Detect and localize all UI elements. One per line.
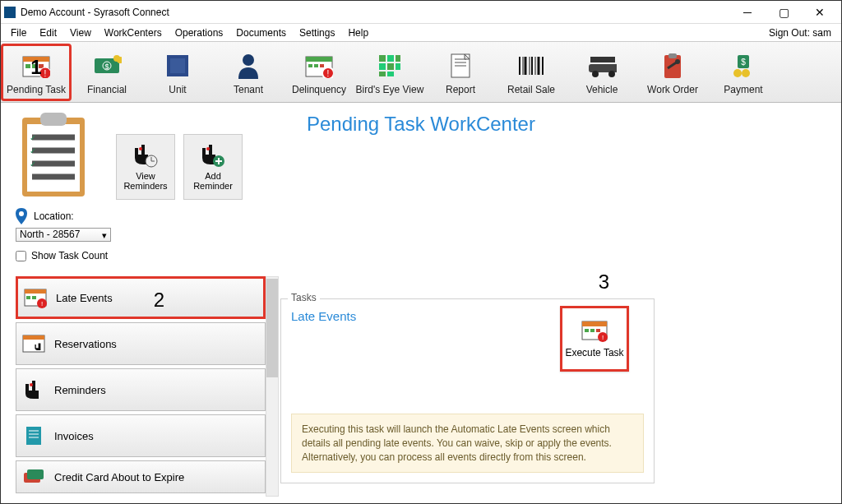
scrollbar-thumb[interactable] xyxy=(266,279,278,377)
ribbon-label: Payment xyxy=(724,84,762,95)
invoice-icon xyxy=(21,423,46,448)
svg-rect-55 xyxy=(40,113,67,126)
page-title: Pending Task WorkCenter xyxy=(307,113,835,136)
task-list: ! Late Events 2 Reservations Reminders xyxy=(16,276,266,497)
hand-icon xyxy=(21,377,46,402)
task-label: Late Events xyxy=(56,292,113,304)
svg-text:$: $ xyxy=(104,62,109,71)
location-dropdown[interactable]: North - 28567 xyxy=(16,228,111,242)
menu-help[interactable]: Help xyxy=(341,25,375,40)
svg-text:✓: ✓ xyxy=(30,160,36,169)
left-pane: ✓✓✓ View Reminders Add Reminder xyxy=(1,103,280,503)
svg-rect-17 xyxy=(308,64,312,67)
task-label: Reservations xyxy=(54,338,117,350)
ribbon-delinquency[interactable]: ! Delinquency xyxy=(284,44,354,101)
svg-point-48 xyxy=(675,59,680,64)
view-reminders-button[interactable]: View Reminders xyxy=(116,134,175,200)
menu-file[interactable]: File xyxy=(4,25,33,40)
svg-point-52 xyxy=(742,69,750,77)
svg-point-67 xyxy=(206,147,210,150)
task-label: Reminders xyxy=(54,384,106,396)
callout-number-3: 3 xyxy=(599,270,609,294)
hand-plus-icon xyxy=(201,143,225,168)
svg-rect-16 xyxy=(306,57,332,62)
ribbon-unit[interactable]: Unit xyxy=(142,44,213,101)
task-item-reservations[interactable]: Reservations xyxy=(16,322,266,365)
ribbon-report[interactable]: Report xyxy=(425,44,496,101)
location-pin-icon xyxy=(16,208,29,224)
ribbon-label: Bird's Eye View xyxy=(356,84,424,95)
svg-rect-42 xyxy=(590,57,615,62)
ribbon-label: Pending Task xyxy=(7,84,66,95)
svg-rect-23 xyxy=(387,55,394,62)
calendar-alert-icon: ! xyxy=(581,319,608,344)
ribbon-retail-sale[interactable]: Retail Sale xyxy=(496,44,567,101)
svg-point-14 xyxy=(243,54,254,66)
ribbon-birds-eye[interactable]: Bird's Eye View xyxy=(354,44,425,101)
ribbon-work-order[interactable]: Work Order xyxy=(637,44,708,101)
grid-icon xyxy=(375,51,405,81)
task-list-scrollbar[interactable] xyxy=(266,276,279,497)
menu-documents[interactable]: Documents xyxy=(229,25,293,40)
window-title: Demo Account - Syrasoft Connect xyxy=(21,7,729,18)
show-task-count-input[interactable] xyxy=(16,251,26,261)
svg-rect-24 xyxy=(396,55,400,62)
ribbon-label: Financial xyxy=(87,84,127,95)
svg-point-71 xyxy=(19,211,24,216)
menu-workcenters[interactable]: WorkCenters xyxy=(98,25,169,40)
calendar-hand-icon xyxy=(21,331,46,356)
task-item-credit-card[interactable]: Credit Card About to Expire xyxy=(16,460,266,493)
svg-rect-74 xyxy=(26,296,30,299)
add-reminder-button[interactable]: Add Reminder xyxy=(183,134,243,200)
window-controls: ─ ▢ ✕ xyxy=(729,1,838,24)
execute-task-button[interactable]: ! Execute Task xyxy=(560,306,629,372)
svg-point-80 xyxy=(30,383,33,386)
location-value: North - 28567 xyxy=(20,229,80,240)
task-item-late-events[interactable]: ! Late Events 2 xyxy=(16,276,266,319)
title-bar: Demo Account - Syrasoft Connect ─ ▢ ✕ xyxy=(1,1,841,24)
menu-edit[interactable]: Edit xyxy=(33,25,63,40)
svg-rect-47 xyxy=(669,53,677,58)
app-icon xyxy=(4,7,16,18)
svg-text:!: ! xyxy=(44,69,47,78)
svg-text:!: ! xyxy=(602,334,604,341)
menu-operations[interactable]: Operations xyxy=(169,25,230,40)
ribbon-label: Delinquency xyxy=(292,84,346,95)
show-task-count-checkbox[interactable]: Show Task Count xyxy=(16,250,279,261)
menu-view[interactable]: View xyxy=(63,25,98,40)
svg-point-44 xyxy=(592,71,599,77)
calendar-warn-icon: ! xyxy=(304,51,334,81)
maximize-button[interactable]: ▢ xyxy=(766,1,802,24)
barcode-icon xyxy=(516,51,546,81)
task-item-reminders[interactable]: Reminders xyxy=(16,368,266,411)
task-label: Invoices xyxy=(54,430,94,442)
svg-rect-91 xyxy=(596,329,600,332)
ribbon-payment[interactable]: $ Payment xyxy=(708,44,779,101)
ribbon-pending-task[interactable]: ! 1 Pending Task xyxy=(1,44,72,101)
menu-settings[interactable]: Settings xyxy=(293,25,341,40)
callout-number-1: 1 xyxy=(30,56,41,79)
menu-bar: File Edit View WorkCenters Operations Do… xyxy=(1,24,841,42)
svg-text:✓: ✓ xyxy=(30,146,36,155)
ribbon-label: Work Order xyxy=(647,84,698,95)
task-item-invoices[interactable]: Invoices xyxy=(16,414,266,457)
svg-rect-28 xyxy=(379,72,386,76)
close-button[interactable]: ✕ xyxy=(802,1,838,24)
callout-number-2: 2 xyxy=(154,289,164,312)
svg-rect-88 xyxy=(582,321,607,326)
ribbon-label: Unit xyxy=(169,84,186,95)
ribbon-tenant[interactable]: Tenant xyxy=(213,44,284,101)
clipboard-icon: ✓✓✓ xyxy=(16,109,91,200)
svg-text:✓: ✓ xyxy=(30,133,36,142)
sign-out-link[interactable]: Sign Out: sam xyxy=(762,25,838,40)
ribbon-vehicle[interactable]: Vehicle xyxy=(567,44,637,101)
svg-rect-79 xyxy=(23,335,44,340)
ribbon-financial[interactable]: $ Financial xyxy=(72,44,142,101)
svg-text:!: ! xyxy=(327,69,330,78)
task-description: Executing this task will launch the Auto… xyxy=(291,414,644,473)
tasks-panel-header: Tasks xyxy=(288,292,320,303)
execute-task-label: Execute Task xyxy=(565,347,623,358)
svg-rect-90 xyxy=(590,329,594,332)
minimize-button[interactable]: ─ xyxy=(729,1,766,24)
svg-rect-75 xyxy=(32,296,36,299)
